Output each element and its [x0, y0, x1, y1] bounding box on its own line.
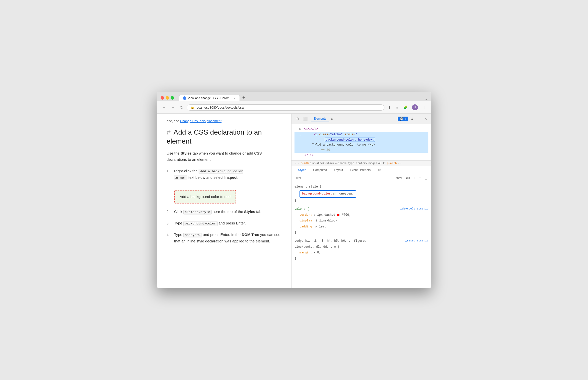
- dom-dots: …: [299, 133, 301, 136]
- border-prop: border:: [299, 213, 312, 217]
- add-style-button[interactable]: +: [412, 176, 416, 180]
- new-rule-button[interactable]: ⊞: [418, 176, 422, 180]
- highlight-box[interactable]: Add a background color to me!: [174, 190, 236, 203]
- reset-selector-2: blockquote, dl, dd, pre {: [294, 245, 339, 249]
- border-triangle[interactable]: ▶ 1px dashed: [314, 213, 337, 217]
- notifications-badge[interactable]: 💬 1: [398, 117, 408, 121]
- step-4-number: 4: [167, 232, 170, 237]
- menu-icon[interactable]: ⋮: [421, 104, 427, 110]
- dom-line-li: </li>: [294, 153, 428, 158]
- breadcrumb-div[interactable]: div.stack.stack--block.type.center-image…: [310, 162, 377, 165]
- tab-chevron: ⌄: [424, 97, 427, 101]
- dom-style-value: ": [355, 133, 357, 136]
- styles-bold: Styles: [181, 151, 192, 155]
- tab-more[interactable]: >>: [374, 166, 385, 174]
- display-value: inline-block;: [316, 219, 339, 222]
- bg-color-highlighted[interactable]: background-color: honeydew;: [299, 190, 356, 198]
- element-style-rule: element.style { background-color: honeyd…: [294, 184, 428, 204]
- traffic-lights: [161, 96, 174, 100]
- border-rule-line: border: ▶ 1px dashed #f00;: [294, 212, 428, 218]
- devtools-panel: ⬡ ⬜ Elements » 💬 1 ⚙ ⋮ ✕: [292, 114, 431, 288]
- step-1-content: Right-click the Add a background colorto…: [174, 168, 281, 203]
- cursor-tool-button[interactable]: ⬡: [294, 116, 300, 122]
- new-tab-button[interactable]: +: [240, 94, 247, 101]
- step-2-bold: Styles: [244, 209, 255, 214]
- expand-triangle-icon[interactable]: ▶: [299, 127, 301, 131]
- share-icon[interactable]: ⬆: [386, 104, 392, 110]
- element-style-text: element.style {: [294, 185, 321, 189]
- steps-list: 1 Right-click the Add a background color…: [167, 168, 281, 244]
- bg-color-rule-line: background-color: honeydew;: [294, 190, 428, 198]
- more-options-button[interactable]: ⋮: [416, 116, 422, 122]
- elements-tab[interactable]: Elements: [311, 116, 329, 122]
- reset-source[interactable]: _reset.scss:11: [405, 238, 428, 243]
- profile-icon[interactable]: U: [410, 103, 419, 111]
- tab-styles[interactable]: Styles: [294, 166, 310, 174]
- breadcrumb-ol[interactable]: ol: [378, 162, 381, 165]
- device-toolbar-button[interactable]: ⬜: [302, 116, 309, 122]
- dom-bg-color-highlight: background-color: honeydew;: [325, 138, 375, 142]
- active-tab[interactable]: View and change CSS - Chrom... ×: [179, 95, 240, 101]
- breadcrumb-more[interactable]: ...: [398, 162, 403, 165]
- breadcrumb-link[interactable]: Change DevTools placement: [180, 119, 222, 123]
- forward-button[interactable]: →: [170, 104, 177, 111]
- dom-breadcrumb-path: ... t-400 div.stack.stack--block.type.ce…: [292, 161, 431, 166]
- close-button[interactable]: [161, 96, 164, 100]
- inspector-button[interactable]: ◫: [424, 176, 428, 180]
- step-4-content: Type honeydew and press Enter. In the DO…: [174, 231, 281, 244]
- breadcrumb-p-aloha[interactable]: p.aloh: [387, 162, 397, 165]
- devtools-header-actions: 💬 1 ⚙ ⋮ ✕: [398, 116, 428, 122]
- aloha-source[interactable]: _devtools.scss:19: [400, 206, 428, 211]
- filter-actions: :hov .cls + ⊞ ◫: [395, 176, 428, 180]
- breadcrumb-t400[interactable]: t-400: [300, 162, 309, 165]
- settings-button[interactable]: ⚙: [409, 116, 415, 122]
- close-brace-2: }: [294, 231, 296, 234]
- dom-style-attr: style=: [344, 133, 355, 136]
- breadcrumb-text: one, see Change DevTools placement.: [167, 119, 281, 124]
- margin-value: ▶ 0;: [314, 251, 321, 254]
- dom-class-value: "aloha": [330, 133, 342, 136]
- honeydew-swatch[interactable]: [333, 193, 336, 195]
- user-avatar: U: [412, 104, 418, 110]
- cls-button[interactable]: .cls: [404, 176, 411, 180]
- maximize-button[interactable]: [171, 96, 174, 100]
- step-2: 2 Click element.style near the top of th…: [167, 208, 281, 215]
- tabs-bar: View and change CSS - Chrom... × + ⌄: [179, 94, 427, 101]
- aloha-rule: .aloha { _devtools.scss:19 border: ▶ 1px…: [294, 206, 428, 236]
- dom-p-tag: <p: [314, 133, 319, 136]
- extensions-icon[interactable]: 🧩: [402, 104, 409, 110]
- more-tabs-button[interactable]: »: [330, 116, 334, 122]
- page-heading: # Add a CSS declaration to an element: [167, 128, 281, 146]
- main-content: one, see Change DevTools placement. # Ad…: [157, 114, 431, 288]
- minimize-button[interactable]: [166, 96, 169, 100]
- aloha-close: }: [294, 230, 428, 236]
- refresh-button[interactable]: ↻: [179, 104, 185, 111]
- bookmark-icon[interactable]: ☆: [394, 104, 400, 110]
- tab-layout[interactable]: Layout: [330, 166, 346, 174]
- back-button[interactable]: ←: [161, 104, 168, 111]
- breadcrumb-dots[interactable]: ...: [294, 162, 299, 165]
- reset-selector: body, h1, h2, h3, h4, h5, h6, p, figure,: [294, 239, 366, 243]
- step-3-number: 3: [167, 220, 170, 226]
- reset-close: }: [294, 256, 428, 262]
- margin-prop: margin:: [299, 251, 312, 254]
- css-rules: element.style { background-color: honeyd…: [292, 182, 431, 266]
- tab-close-button[interactable]: ×: [234, 97, 236, 100]
- step-2-code: element.style: [183, 210, 212, 214]
- breadcrumb-li[interactable]: li: [383, 162, 386, 165]
- dom-class-attr: class=: [319, 133, 330, 136]
- page-description: Use the Styles tab when you want to chan…: [167, 150, 281, 163]
- tab-computed[interactable]: Computed: [310, 166, 330, 174]
- address-bar[interactable]: 🔒 localhost:8080/docs/devtools/css/: [187, 104, 384, 111]
- reset-rule: body, h1, h2, h3, h4, h5, h6, p, figure,…: [294, 238, 428, 262]
- tab-event-listeners[interactable]: Event Listeners: [346, 166, 374, 174]
- filter-input[interactable]: [294, 176, 393, 180]
- hov-button[interactable]: :hov: [395, 176, 403, 180]
- styles-panel-tabs: Styles Computed Layout Event Listeners >…: [292, 166, 431, 174]
- close-devtools-button[interactable]: ✕: [423, 116, 428, 122]
- tab-title: View and change CSS - Chrom...: [188, 96, 232, 100]
- reset-selector-line-2: blockquote, dl, dd, pre {: [294, 244, 428, 250]
- dom-line-1: ▶ <p>…</p>: [294, 126, 428, 132]
- step-3-content: Type background-color and press Enter.: [174, 220, 281, 226]
- red-swatch[interactable]: [337, 214, 339, 216]
